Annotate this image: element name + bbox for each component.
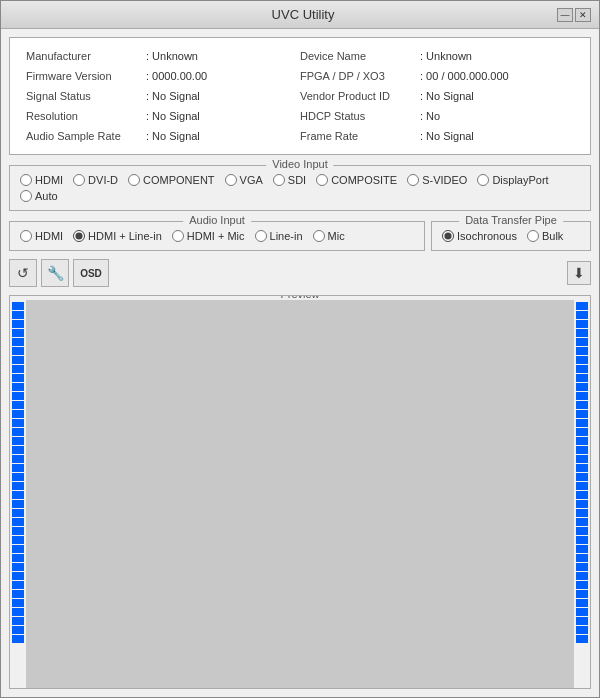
indicator-segment — [576, 554, 588, 562]
audio-input-hdmi-mic-radio[interactable] — [172, 230, 184, 242]
indicator-segment — [12, 365, 24, 373]
audio-input-hdmi-mic-label: HDMI + Mic — [187, 230, 245, 242]
indicator-segment — [576, 401, 588, 409]
indicator-segment — [12, 374, 24, 382]
data-transfer-isochronous-radio[interactable] — [442, 230, 454, 242]
indicator-segment — [12, 356, 24, 364]
audio-input-mic-label: Mic — [328, 230, 345, 242]
video-input-hdmi[interactable]: HDMI — [20, 174, 63, 186]
video-input-component-label: COMPONENT — [143, 174, 215, 186]
hdcp-value: : No — [420, 110, 440, 122]
indicator-segment — [12, 599, 24, 607]
indicator-segment — [576, 527, 588, 535]
indicator-segment — [12, 428, 24, 436]
fpga-value: : 00 / 000.000.000 — [420, 70, 509, 82]
video-input-composite-label: COMPOSITE — [331, 174, 397, 186]
vendor-product-value: : No Signal — [420, 90, 474, 102]
indicator-segment — [576, 590, 588, 598]
video-input-sdi-label: SDI — [288, 174, 306, 186]
indicator-segment — [576, 347, 588, 355]
minimize-button[interactable]: — — [557, 8, 573, 22]
indicator-segment — [576, 608, 588, 616]
data-transfer-isochronous[interactable]: Isochronous — [442, 230, 517, 242]
indicator-segment — [12, 554, 24, 562]
refresh-button[interactable]: ↺ — [9, 259, 37, 287]
download-button[interactable]: ⬇ — [567, 261, 591, 285]
preview-group: Preview — [9, 295, 591, 689]
window-controls: — ✕ — [557, 8, 591, 22]
settings-button[interactable]: 🔧 — [41, 259, 69, 287]
audio-input-linein[interactable]: Line-in — [255, 230, 303, 242]
audio-input-linein-label: Line-in — [270, 230, 303, 242]
main-content: Manufacturer : Unknown Device Name : Unk… — [1, 29, 599, 697]
audio-input-hdmi-mic[interactable]: HDMI + Mic — [172, 230, 245, 242]
osd-button[interactable]: OSD — [73, 259, 109, 287]
indicator-segment — [12, 527, 24, 535]
video-input-displayport[interactable]: DisplayPort — [477, 174, 548, 186]
indicator-segment — [576, 338, 588, 346]
info-panel: Manufacturer : Unknown Device Name : Unk… — [9, 37, 591, 155]
video-input-radio-group: HDMI DVI-D COMPONENT VGA SDI — [20, 174, 580, 202]
audio-input-linein-radio[interactable] — [255, 230, 267, 242]
audio-sample-label: Audio Sample Rate — [26, 130, 146, 142]
indicator-segment — [12, 464, 24, 472]
indicator-segment — [576, 329, 588, 337]
close-button[interactable]: ✕ — [575, 8, 591, 22]
video-input-vga[interactable]: VGA — [225, 174, 263, 186]
video-input-svideo[interactable]: S-VIDEO — [407, 174, 467, 186]
data-transfer-bulk[interactable]: Bulk — [527, 230, 563, 242]
audio-input-radio-group: HDMI HDMI + Line-in HDMI + Mic Line-in — [20, 230, 414, 242]
indicator-segment — [12, 572, 24, 580]
preview-canvas — [26, 300, 574, 688]
indicator-segment — [576, 509, 588, 517]
indicator-segment — [12, 635, 24, 643]
info-row: Resolution : No Signal — [26, 108, 300, 124]
indicator-segment — [576, 518, 588, 526]
indicator-segment — [12, 320, 24, 328]
osd-label: OSD — [80, 268, 102, 279]
indicator-segment — [576, 545, 588, 553]
video-input-displayport-radio[interactable] — [477, 174, 489, 186]
video-input-sdi[interactable]: SDI — [273, 174, 306, 186]
audio-input-mic-radio[interactable] — [313, 230, 325, 242]
video-input-dvid[interactable]: DVI-D — [73, 174, 118, 186]
audio-input-hdmi-linein-radio[interactable] — [73, 230, 85, 242]
indicator-segment — [576, 392, 588, 400]
device-name-label: Device Name — [300, 50, 420, 62]
right-indicator-bar — [574, 300, 590, 688]
video-input-component-radio[interactable] — [128, 174, 140, 186]
indicator-segment — [12, 311, 24, 319]
indicator-segment — [12, 590, 24, 598]
video-input-legend: Video Input — [266, 158, 333, 170]
video-input-vga-radio[interactable] — [225, 174, 237, 186]
manufacturer-value: : Unknown — [146, 50, 198, 62]
indicator-segment — [12, 626, 24, 634]
data-transfer-bulk-radio[interactable] — [527, 230, 539, 242]
audio-input-mic[interactable]: Mic — [313, 230, 345, 242]
indicator-segment — [576, 446, 588, 454]
audio-input-hdmi-radio[interactable] — [20, 230, 32, 242]
audio-input-hdmi[interactable]: HDMI — [20, 230, 63, 242]
indicator-segment — [12, 509, 24, 517]
video-input-composite-radio[interactable] — [316, 174, 328, 186]
indicator-segment — [576, 599, 588, 607]
indicator-segment — [576, 428, 588, 436]
indicator-segment — [12, 410, 24, 418]
video-input-auto[interactable]: Auto — [20, 190, 58, 202]
video-input-sdi-radio[interactable] — [273, 174, 285, 186]
video-input-composite[interactable]: COMPOSITE — [316, 174, 397, 186]
indicator-segment — [576, 572, 588, 580]
indicator-segment — [12, 347, 24, 355]
audio-input-hdmi-linein[interactable]: HDMI + Line-in — [73, 230, 162, 242]
video-input-dvid-radio[interactable] — [73, 174, 85, 186]
video-input-hdmi-radio[interactable] — [20, 174, 32, 186]
video-input-component[interactable]: COMPONENT — [128, 174, 215, 186]
indicator-segment — [12, 392, 24, 400]
info-row: HDCP Status : No — [300, 108, 574, 124]
indicator-segment — [576, 473, 588, 481]
indicator-segment — [576, 311, 588, 319]
data-transfer-bulk-label: Bulk — [542, 230, 563, 242]
video-input-svideo-radio[interactable] — [407, 174, 419, 186]
video-input-auto-radio[interactable] — [20, 190, 32, 202]
audio-input-hdmi-label: HDMI — [35, 230, 63, 242]
